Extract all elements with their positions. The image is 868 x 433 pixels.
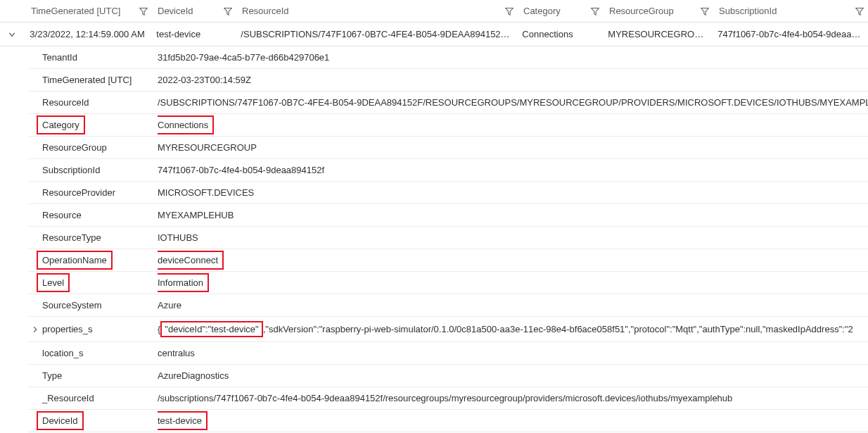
column-header-timegenerated[interactable]: TimeGenerated [UTC] <box>25 0 152 22</box>
detail-row-resourceid: ResourceId /SUBSCRIPTIONS/747F1067-0B7C-… <box>28 92 868 114</box>
detail-key: Category <box>37 115 85 134</box>
filter-icon[interactable] <box>855 7 864 15</box>
detail-key: DeviceId <box>37 411 84 430</box>
detail-value: Information <box>158 273 209 292</box>
column-header-category[interactable]: Category <box>518 0 604 22</box>
detail-value: 31fd5b20-79ae-4ca5-b77e-d66b429706e1 <box>158 48 335 67</box>
row-details-panel: TenantId 31fd5b20-79ae-4ca5-b77e-d66b429… <box>0 46 868 432</box>
detail-row-sourcesystem: SourceSystem Azure <box>28 294 868 317</box>
detail-row-resourcetype: ResourceType IOTHUBS <box>28 227 868 249</box>
chevron-down-icon <box>8 30 16 39</box>
detail-value: Connections <box>158 115 214 134</box>
detail-value: deviceConnect <box>158 251 224 270</box>
cell-category: Connections <box>516 29 602 39</box>
detail-row-subscriptionid: SubscriptionId 747f1067-0b7c-4fe4-b054-9… <box>28 159 868 182</box>
detail-key: _ResourceId <box>42 389 100 408</box>
detail-row-operationname: OperationName deviceConnect <box>28 249 868 272</box>
filter-icon[interactable] <box>224 7 232 15</box>
column-label: DeviceId <box>158 6 193 16</box>
detail-key: ResourceId <box>42 93 94 112</box>
detail-key: SourceSystem <box>42 296 108 315</box>
detail-key: TimeGenerated [UTC] <box>42 70 137 89</box>
column-header-deviceid[interactable]: DeviceId <box>152 0 236 22</box>
detail-value: 747f1067-0b7c-4fe4-b054-9deaa894152f <box>158 161 330 180</box>
detail-key: ResourceProvider <box>42 183 121 202</box>
detail-key: properties_s <box>42 320 98 339</box>
detail-value: 2022-03-23T00:14:59Z <box>158 70 257 89</box>
detail-value: MICROSOFT.DEVICES <box>158 183 260 202</box>
column-label: TimeGenerated [UTC] <box>31 6 120 16</box>
cell-subscriptionid: 747f1067-0b7c-4fe4-b054-9deaa89... <box>712 29 868 39</box>
detail-value: /subscriptions/747f1067-0b7c-4fe4-b054-9… <box>158 389 738 408</box>
detail-value: centralus <box>158 344 200 363</box>
detail-row-deviceid: DeviceId test-device <box>28 410 868 432</box>
cell-deviceid: test-device <box>151 29 235 39</box>
detail-value: test-device <box>158 411 208 430</box>
detail-row-resourceprovider: ResourceProvider MICROSOFT.DEVICES <box>28 182 868 204</box>
detail-value: IOTHUBS <box>158 228 204 247</box>
detail-key: ResourceGroup <box>42 138 113 157</box>
filter-icon[interactable] <box>591 7 599 15</box>
column-header-resourceid[interactable]: ResourceId <box>236 0 518 22</box>
detail-key: OperationName <box>37 251 113 270</box>
detail-key: location_s <box>42 344 89 363</box>
detail-value: AzureDiagnostics <box>158 366 234 385</box>
column-label: ResourceGroup <box>609 6 674 16</box>
detail-row-timegenerated: TimeGenerated [UTC] 2022-03-23T00:14:59Z <box>28 69 868 92</box>
detail-row-tenantid: TenantId 31fd5b20-79ae-4ca5-b77e-d66b429… <box>28 46 868 69</box>
detail-row-properties_s: properties_s {"deviceId":"test-device","… <box>28 317 868 342</box>
column-header-row: TimeGenerated [UTC] DeviceId ResourceId … <box>0 0 868 23</box>
detail-value: MYEXAMPLEHUB <box>158 206 239 225</box>
detail-row-category: Category Connections <box>28 114 868 137</box>
column-label: SubscriptionId <box>719 6 777 16</box>
detail-row-level: Level Information <box>28 272 868 294</box>
filter-icon[interactable] <box>701 7 709 15</box>
detail-key: ResourceType <box>42 228 107 247</box>
detail-key: Type <box>42 366 68 385</box>
detail-row-_resourceid: _ResourceId /subscriptions/747f1067-0b7c… <box>28 387 868 410</box>
chevron-right-icon <box>32 326 39 333</box>
column-label: Category <box>523 6 561 16</box>
detail-value: /SUBSCRIPTIONS/747F1067-0B7C-4FE4-B054-9… <box>158 93 868 112</box>
expand-row-toggle[interactable] <box>0 30 24 39</box>
detail-key: SubscriptionId <box>42 161 106 180</box>
detail-key: TenantId <box>42 48 83 67</box>
column-header-resourcegroup[interactable]: ResourceGroup <box>604 0 713 22</box>
cell-resourcegroup: MYRESOURCEGROUP <box>602 29 712 39</box>
detail-row-resource: Resource MYEXAMPLEHUB <box>28 204 868 227</box>
table-row[interactable]: 3/23/2022, 12:14:59.000 AM test-device /… <box>0 23 868 46</box>
column-header-subscriptionid[interactable]: SubscriptionId <box>713 0 868 22</box>
filter-icon[interactable] <box>505 7 513 15</box>
filter-icon[interactable] <box>139 7 148 15</box>
detail-row-resourcegroup: ResourceGroup MYRESOURCEGROUP <box>28 137 868 159</box>
expand-properties-toggle[interactable] <box>28 326 42 333</box>
column-label: ResourceId <box>242 6 288 16</box>
detail-row-location_s: location_s centralus <box>28 342 868 365</box>
detail-row-type: Type AzureDiagnostics <box>28 365 868 387</box>
detail-value: Azure <box>158 296 187 315</box>
detail-key: Level <box>37 273 70 292</box>
highlight-inline: "deviceId":"test-device" <box>160 321 262 337</box>
detail-value: {"deviceId":"test-device","sdkVersion":"… <box>158 317 859 341</box>
detail-key: Resource <box>42 206 87 225</box>
cell-timegenerated: 3/23/2022, 12:14:59.000 AM <box>24 29 151 39</box>
detail-value: MYRESOURCEGROUP <box>158 138 262 157</box>
cell-resourceid: /SUBSCRIPTIONS/747F1067-0B7C-4FE4-B054-9… <box>235 29 516 39</box>
